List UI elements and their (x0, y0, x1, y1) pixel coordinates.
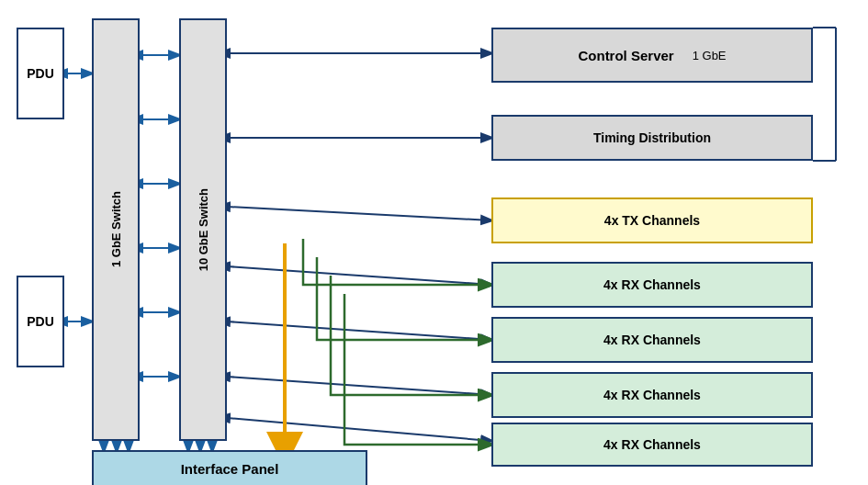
diagram: PDU PDU 1 GbE Switch 10 GbE Switch Contr… (0, 0, 868, 485)
svg-line-18 (227, 321, 491, 340)
pdu-top: PDU (17, 28, 64, 119)
rx-channels-3-block: 4x RX Channels (491, 372, 813, 418)
interface-panel-block: Interface Panel (92, 450, 367, 485)
svg-line-17 (227, 266, 491, 285)
timing-distribution-block: Timing Distribution (491, 115, 813, 161)
tx-channels-block: 4x TX Channels (491, 197, 813, 243)
pdu-bottom: PDU (17, 276, 64, 367)
switch-1gbe: 1 GbE Switch (92, 18, 140, 441)
svg-line-16 (227, 207, 491, 220)
control-server-block: Control Server 1 GbE (491, 28, 813, 83)
rx-channels-4-block: 4x RX Channels (491, 423, 813, 467)
switch-10gbe: 10 GbE Switch (179, 18, 227, 441)
rx-channels-2-block: 4x RX Channels (491, 317, 813, 363)
svg-line-20 (227, 418, 491, 441)
rx-channels-1-block: 4x RX Channels (491, 262, 813, 308)
svg-line-19 (227, 377, 491, 395)
